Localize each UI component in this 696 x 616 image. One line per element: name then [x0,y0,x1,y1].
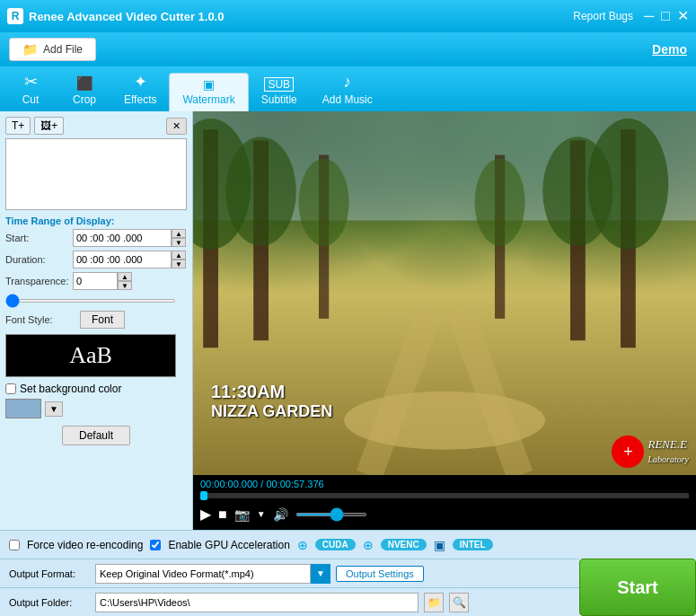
nvenc-chip: NVENC [381,539,427,550]
output-and-start: Output Format: ▼ Output Settings Output … [0,559,696,616]
encoding-bar: Force video re-encoding Enable GPU Accel… [0,530,696,559]
transparence-label: Transparence: [5,276,73,286]
add-file-label: Add File [43,43,83,56]
duration-up-button[interactable]: ▲ [172,251,186,260]
title-bar-right: Report Bugs ─ □ ✕ [573,9,689,23]
tab-effects[interactable]: ✦ Effects [111,68,169,111]
title-bar-controls: ─ □ ✕ [644,9,689,23]
enable-gpu-checkbox[interactable] [150,540,161,550]
font-style-label: Font Style: [5,314,73,325]
close-item-button[interactable]: ✕ [166,118,187,135]
search-folder-button[interactable]: 🔍 [449,593,469,612]
tab-watermark-label: Watermark [182,93,234,106]
tab-add-music[interactable]: ♪ Add Music [310,69,385,111]
output-folder-input[interactable] [95,593,418,612]
left-panel: T+ 🖼+ ✕ Time Range of Display: Start: ▲ … [0,111,193,530]
duration-down-button[interactable]: ▼ [172,260,186,268]
video-frame: 11:30AM NIZZA GARDEN + RENE.ELaboratory [193,111,696,475]
maximize-button[interactable]: □ [661,9,670,23]
video-progress-handle[interactable] [200,491,207,500]
video-bottom-bar: 00:00:00.000 / 00:00:57.376 ▶ ■ 📷 ▼ 🔊 [193,475,696,530]
video-current-time: 00:00:00.000 [200,479,258,489]
svg-point-9 [542,136,612,246]
nvidia-icon-2: ⊕ [363,538,374,552]
output-format-dropdown-button[interactable]: ▼ [311,564,330,584]
stop-button[interactable]: ■ [218,506,227,523]
tab-crop-label: Crop [73,93,96,106]
start-button[interactable]: Start [579,559,696,616]
rene-logo: + RENE.ELaboratory [612,436,689,468]
font-style-row: Font Style: Font [5,311,187,329]
default-button[interactable]: Default [62,426,130,445]
svg-point-5 [225,136,295,246]
output-format-select-wrapper: ▼ [95,564,330,584]
effects-icon: ✦ [134,72,147,92]
start-row: Start: ▲ ▼ [5,229,187,247]
demo-link[interactable]: Demo [652,42,687,57]
intel-icon: ▣ [434,538,445,552]
screenshot-dropdown-button[interactable]: ▼ [257,509,266,519]
content-wrapper: T+ 🖼+ ✕ Time Range of Display: Start: ▲ … [0,111,696,616]
force-encoding-checkbox[interactable] [9,540,20,550]
color-dropdown-button[interactable]: ▼ [45,401,63,417]
duration-input[interactable] [73,251,172,268]
time-range-label: Time Range of Display: [5,216,187,226]
duration-row: Duration: ▲ ▼ [5,251,187,268]
left-panel-toolbar: T+ 🖼+ ✕ [5,117,187,135]
set-bg-color-label: Set background color [20,383,121,395]
font-preview: AaB [5,334,176,377]
start-up-button[interactable]: ▲ [172,229,186,238]
tab-add-music-label: Add Music [322,93,373,106]
transparence-down-button[interactable]: ▼ [118,281,132,290]
video-progress-bar[interactable] [200,493,689,498]
tab-crop[interactable]: ⬛ Crop [57,72,111,111]
tab-watermark[interactable]: ▣ Watermark [169,73,248,111]
start-input[interactable] [73,229,172,247]
panels-row: T+ 🖼+ ✕ Time Range of Display: Start: ▲ … [0,111,696,530]
font-button[interactable]: Font [80,311,125,329]
start-spinners: ▲ ▼ [172,229,186,247]
output-folder-label: Output Folder: [9,597,90,608]
set-bg-color-row: Set background color [5,383,187,395]
output-settings-button[interactable]: Output Settings [336,566,424,582]
nvidia-icon-1: ⊕ [297,538,308,552]
volume-slider[interactable] [295,513,367,516]
volume-button[interactable]: 🔊 [273,507,288,522]
cut-icon: ✂ [24,72,38,92]
default-btn-wrapper: Default [5,426,187,445]
video-location-text: NIZZA GARDEN [211,402,332,421]
svg-point-11 [299,159,349,246]
output-format-bar: Output Format: ▼ Output Settings [0,559,579,587]
enable-gpu-label: Enable GPU Acceleration [168,539,289,551]
add-text-button[interactable]: T+ [5,117,31,135]
start-down-button[interactable]: ▼ [172,238,186,247]
add-file-bar: 📁 Add File Demo [0,32,696,66]
transparence-slider[interactable] [5,299,176,303]
add-file-icon: 📁 [22,42,38,57]
bottom-section: Force video re-encoding Enable GPU Accel… [0,530,696,616]
output-format-input[interactable] [95,564,311,584]
play-button[interactable]: ▶ [200,506,211,523]
add-image-button[interactable]: 🖼+ [34,117,64,135]
transparence-input[interactable] [73,272,118,290]
tab-subtitle[interactable]: SUB Subtitle [249,74,310,111]
open-folder-button[interactable]: 📁 [424,593,444,612]
app-icon: R [7,8,23,24]
video-area: 11:30AM NIZZA GARDEN + RENE.ELaboratory … [193,111,696,530]
color-box[interactable] [5,399,41,418]
force-encoding-label: Force video re-encoding [27,539,143,551]
minimize-button[interactable]: ─ [644,9,654,23]
tab-cut[interactable]: ✂ Cut [4,68,57,111]
output-folder-bar: Output Folder: 📁 🔍 [0,587,579,616]
set-bg-color-checkbox[interactable] [5,383,16,394]
transparence-up-button[interactable]: ▲ [118,272,132,281]
output-controls: Output Format: ▼ Output Settings Output … [0,559,579,616]
app-title: Renee Advanced Video Cutter 1.0.0 [29,10,224,23]
screenshot-button[interactable]: 📷 [234,507,250,522]
close-button[interactable]: ✕ [677,9,689,23]
video-total-duration: 00:00:57.376 [266,479,323,489]
cuda-chip: CUDA [315,539,356,550]
tab-effects-label: Effects [124,93,156,106]
report-bugs-link[interactable]: Report Bugs [573,10,633,22]
add-file-button[interactable]: 📁 Add File [9,38,96,61]
